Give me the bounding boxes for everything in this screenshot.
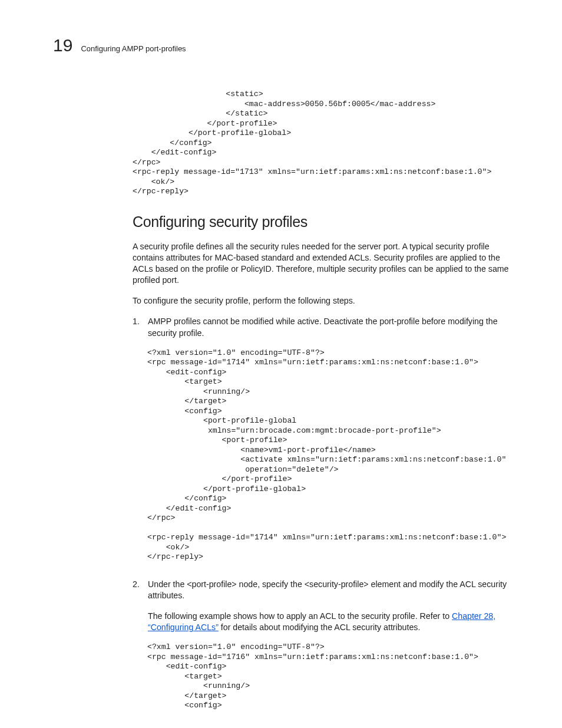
code-block-top: <static> <mac-address>0050.56bf:0005</ma… — [53, 90, 521, 197]
code-block-step-1: <?xml version="1.0" encoding="UTF-8"?> <… — [53, 348, 521, 562]
step-number: 2. — [133, 579, 141, 601]
step-2: 2. Under the <port-profile> node, specif… — [53, 579, 521, 601]
step-text: Under the <port-profile> node, specify t… — [148, 579, 521, 601]
step-number: 1. — [133, 316, 141, 338]
step-1: 1. AMPP profiles cannot be modified whil… — [53, 316, 521, 338]
running-header: 19 Configuring AMPP port-profiles — [53, 35, 521, 55]
intro-paragraph-2: To configure the security profile, perfo… — [53, 295, 521, 307]
text-after-link: for details about modifying the ACL secu… — [219, 622, 421, 632]
step-2-subtext: The following example shows how to apply… — [53, 611, 521, 633]
document-page: 19 Configuring AMPP port-profiles <stati… — [0, 0, 562, 728]
code-block-step-2: <?xml version="1.0" encoding="UTF-8"?> <… — [53, 643, 521, 711]
step-text: AMPP profiles cannot be modified while a… — [148, 316, 521, 338]
intro-paragraph-1: A security profile defines all the secur… — [53, 241, 521, 286]
running-title: Configuring AMPP port-profiles — [81, 44, 186, 53]
chapter-number: 19 — [53, 35, 72, 55]
section-heading: Configuring security profiles — [53, 213, 521, 230]
text-before-link: The following example shows how to apply… — [148, 611, 452, 621]
